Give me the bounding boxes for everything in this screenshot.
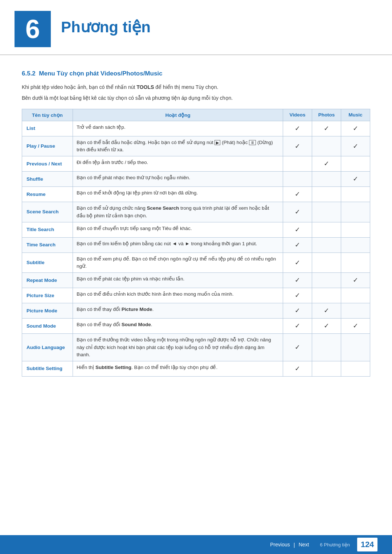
check-photos (312, 136, 341, 156)
option-action: Bạn có thể khởi động lại tệp phim từ nơi… (73, 187, 283, 202)
footer-chapter-label: 6 Phương tiện (320, 542, 350, 547)
check-photos (312, 253, 341, 273)
check-videos: ✓ (283, 202, 312, 222)
check-music (341, 253, 370, 273)
option-name: Shuffle (22, 172, 73, 187)
option-action: Trở về danh sách tệp. (73, 121, 283, 136)
check-music (341, 361, 370, 377)
check-videos: ✓ (283, 253, 312, 273)
table-row: Audio LanguageBạn có thể thưởng thức vid… (22, 334, 370, 361)
check-music (341, 222, 370, 237)
option-name: Scene Search (22, 202, 73, 222)
col-header-action: Hoạt động (73, 109, 283, 121)
check-videos: ✓ (283, 222, 312, 237)
option-name: Audio Language (22, 334, 73, 361)
check-music (341, 156, 370, 172)
check-videos (283, 156, 312, 172)
table-row: Title SearchBạn có thể chuyển trực tiếp … (22, 222, 370, 237)
table-row: Play / PauseBạn có thể bắt đầu hoặc dừng… (22, 136, 370, 156)
option-action: Bạn có thể phát nhạc theo thứ tự hoặc ng… (73, 172, 283, 187)
option-action: Bạn có thể sử dụng chức năng Scene Searc… (73, 202, 283, 222)
check-videos: ✓ (283, 303, 312, 319)
check-music (341, 187, 370, 202)
col-header-music: Music (341, 109, 370, 121)
col-header-name: Tên tùy chọn (22, 109, 73, 121)
check-music: ✓ (341, 172, 370, 187)
check-videos (283, 172, 312, 187)
page-footer: Previous | Next 6 Phương tiện 124 (0, 535, 392, 554)
table-row: Previous / NextĐi đến tệp ảnh trước / ti… (22, 156, 370, 172)
check-music (341, 303, 370, 319)
main-content: 6.5.2 Menu Tùy chọn phát Videos/Photos/M… (0, 59, 392, 406)
check-videos: ✓ (283, 361, 312, 377)
option-name: Picture Size (22, 288, 73, 303)
option-name: Repeat Mode (22, 273, 73, 288)
option-action: Bạn có thể thay đổi Picture Mode. (73, 303, 283, 319)
table-row: Sound ModeBạn có thể thay đổi Sound Mode… (22, 319, 370, 334)
option-action: Bạn có thể xem phụ đề. Bạn có thể chọn n… (73, 253, 283, 273)
option-action: Bạn có thể thưởng thức video bằng một tr… (73, 334, 283, 361)
option-action: Bạn có thể điều chỉnh kích thước hình ản… (73, 288, 283, 303)
check-videos: ✓ (283, 273, 312, 288)
chapter-number: 6 (15, 11, 51, 47)
table-row: SubtitleBạn có thể xem phụ đề. Bạn có th… (22, 253, 370, 273)
col-header-videos: Videos (283, 109, 312, 121)
option-name: Previous / Next (22, 156, 73, 172)
check-photos (312, 361, 341, 377)
footer-nav: Previous | Next 6 Phương tiện 124 (270, 538, 377, 551)
table-row: Time SearchBạn có thể tìm kiếm bộ phim b… (22, 237, 370, 253)
check-photos (312, 288, 341, 303)
table-row: ListTrở về danh sách tệp.✓✓✓ (22, 121, 370, 136)
check-photos (312, 202, 341, 222)
prev-button[interactable]: Previous (270, 542, 290, 547)
table-row: Repeat ModeBạn có thể phát các tệp phim … (22, 273, 370, 288)
table-row: Picture SizeBạn có thể điều chỉnh kích t… (22, 288, 370, 303)
intro-line2: Bên dưới là một loạt bảng liệt kê các tù… (22, 94, 370, 102)
option-name: Picture Mode (22, 303, 73, 319)
options-table: Tên tùy chọn Hoạt động Videos Photos Mus… (22, 109, 370, 377)
option-name: Play / Pause (22, 136, 73, 156)
check-photos (312, 334, 341, 361)
check-videos: ✓ (283, 187, 312, 202)
check-videos: ✓ (283, 288, 312, 303)
check-photos (312, 237, 341, 253)
check-music (341, 202, 370, 222)
check-videos: ✓ (283, 334, 312, 361)
section-title: 6.5.2 Menu Tùy chọn phát Videos/Photos/M… (22, 70, 370, 77)
check-photos: ✓ (312, 319, 341, 334)
table-row: ResumeBạn có thể khởi động lại tệp phim … (22, 187, 370, 202)
check-videos: ✓ (283, 319, 312, 334)
option-action: Bạn có thể chuyển trực tiếp sang một Tiê… (73, 222, 283, 237)
check-photos (312, 187, 341, 202)
check-photos (312, 172, 341, 187)
check-photos (312, 273, 341, 288)
next-button[interactable]: Next (299, 542, 309, 547)
option-action: Bạn có thể thay đổi Sound Mode. (73, 319, 283, 334)
check-music: ✓ (341, 121, 370, 136)
chapter-title: Phương tiện (61, 11, 151, 36)
option-name: Time Search (22, 237, 73, 253)
page-header: 6 Phương tiện (0, 0, 392, 55)
option-name: Subtitle Setting (22, 361, 73, 377)
check-music (341, 237, 370, 253)
check-music: ✓ (341, 319, 370, 334)
check-music: ✓ (341, 136, 370, 156)
table-row: Scene SearchBạn có thể sử dụng chức năng… (22, 202, 370, 222)
table-row: Picture ModeBạn có thể thay đổi Picture … (22, 303, 370, 319)
table-row: Subtitle SettingHiển thị Subtitle Settin… (22, 361, 370, 377)
option-action: Bạn có thể phát các tệp phim và nhạc nhi… (73, 273, 283, 288)
option-action: Bạn có thể bắt đầu hoặc dừng. Hoặc bạn c… (73, 136, 283, 156)
check-photos: ✓ (312, 121, 341, 136)
option-name: List (22, 121, 73, 136)
option-name: Resume (22, 187, 73, 202)
option-name: Sound Mode (22, 319, 73, 334)
option-name: Subtitle (22, 253, 73, 273)
page-number: 124 (357, 538, 377, 551)
option-action: Đi đến tệp ảnh trước / tiếp theo. (73, 156, 283, 172)
option-action: Hiển thị Subtitle Setting. Bạn có thể th… (73, 361, 283, 377)
check-photos: ✓ (312, 156, 341, 172)
check-music: ✓ (341, 273, 370, 288)
table-row: ShuffleBạn có thể phát nhạc theo thứ tự … (22, 172, 370, 187)
check-videos: ✓ (283, 237, 312, 253)
check-music (341, 334, 370, 361)
